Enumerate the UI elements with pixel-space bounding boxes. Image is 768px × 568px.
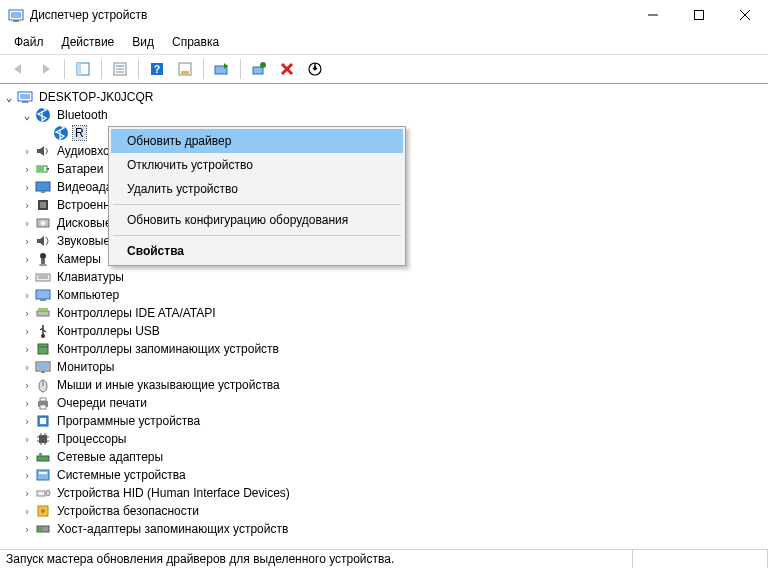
svg-rect-45 bbox=[37, 311, 49, 316]
properties-button[interactable] bbox=[107, 56, 133, 82]
expand-arrow-icon[interactable]: › bbox=[20, 235, 34, 248]
expand-arrow-icon[interactable]: › bbox=[20, 217, 34, 230]
status-text: Запуск мастера обновления драйверов для … bbox=[0, 550, 633, 568]
svg-point-74 bbox=[46, 490, 50, 496]
device-category-icon bbox=[35, 215, 51, 231]
menu-help[interactable]: Справка bbox=[164, 33, 227, 51]
device-category-icon bbox=[35, 395, 51, 411]
menu-bar: Файл Действие Вид Справка bbox=[0, 30, 768, 54]
svg-rect-16 bbox=[181, 71, 189, 74]
tree-category[interactable]: ›Очереди печати bbox=[2, 394, 768, 412]
tree-category[interactable]: ›Компьютер bbox=[2, 286, 768, 304]
svg-rect-2 bbox=[13, 20, 19, 22]
svg-rect-24 bbox=[20, 94, 30, 99]
expand-arrow-icon[interactable]: › bbox=[20, 361, 34, 374]
expand-arrow-icon[interactable]: › bbox=[20, 307, 34, 320]
device-category-icon bbox=[35, 161, 51, 177]
close-button[interactable] bbox=[722, 0, 768, 30]
help-button[interactable]: ? bbox=[144, 56, 170, 82]
expand-arrow-icon[interactable]: › bbox=[20, 523, 34, 536]
svg-text:?: ? bbox=[154, 64, 160, 75]
device-category-icon bbox=[35, 323, 51, 339]
back-button[interactable] bbox=[5, 56, 31, 82]
expand-arrow-icon[interactable]: ⌄ bbox=[20, 109, 34, 122]
svg-point-39 bbox=[39, 264, 47, 266]
uninstall-button[interactable] bbox=[274, 56, 300, 82]
status-cell bbox=[633, 550, 768, 568]
tree-label: Мыши и иные указывающие устройства bbox=[55, 378, 282, 392]
svg-rect-52 bbox=[41, 371, 45, 373]
svg-rect-43 bbox=[36, 290, 50, 299]
expand-arrow-icon[interactable]: › bbox=[20, 469, 34, 482]
expand-arrow-icon[interactable]: › bbox=[20, 397, 34, 410]
tree-label: Компьютер bbox=[55, 288, 121, 302]
app-icon bbox=[8, 7, 24, 23]
tree-category[interactable]: ›Процессоры bbox=[2, 430, 768, 448]
menu-item-uninstall-device[interactable]: Удалить устройство bbox=[111, 177, 403, 201]
title-bar: Диспетчер устройств bbox=[0, 0, 768, 30]
tree-category[interactable]: ›Хост-адаптеры запоминающих устройств bbox=[2, 520, 768, 538]
tree-category[interactable]: ›Клавиатуры bbox=[2, 268, 768, 286]
tree-label: Контроллеры IDE ATA/ATAPI bbox=[55, 306, 218, 320]
expand-arrow-icon[interactable]: ⌄ bbox=[2, 91, 16, 104]
expand-arrow-icon[interactable]: › bbox=[20, 505, 34, 518]
svg-rect-46 bbox=[38, 308, 48, 311]
tree-category[interactable]: ›Контроллеры запоминающих устройств bbox=[2, 340, 768, 358]
svg-rect-1 bbox=[11, 12, 21, 18]
expand-arrow-icon[interactable]: › bbox=[20, 487, 34, 500]
device-category-icon bbox=[35, 143, 51, 159]
svg-point-76 bbox=[41, 509, 45, 513]
bluetooth-icon bbox=[35, 107, 51, 123]
expand-arrow-icon[interactable]: › bbox=[20, 253, 34, 266]
update-driver-button[interactable] bbox=[209, 56, 235, 82]
tree-category[interactable]: ›Устройства HID (Human Interface Devices… bbox=[2, 484, 768, 502]
tree-category[interactable]: ›Мониторы bbox=[2, 358, 768, 376]
expand-arrow-icon[interactable]: › bbox=[20, 325, 34, 338]
expand-arrow-icon[interactable]: › bbox=[20, 343, 34, 356]
svg-rect-18 bbox=[253, 67, 263, 74]
tree-category[interactable]: ›Контроллеры IDE ATA/ATAPI bbox=[2, 304, 768, 322]
expand-arrow-icon[interactable]: › bbox=[20, 163, 34, 176]
menu-item-disable-device[interactable]: Отключить устройство bbox=[111, 153, 403, 177]
window-title: Диспетчер устройств bbox=[30, 8, 147, 22]
svg-rect-29 bbox=[47, 168, 49, 170]
tree-category[interactable]: ›Мыши и иные указывающие устройства bbox=[2, 376, 768, 394]
expand-arrow-icon[interactable]: › bbox=[20, 415, 34, 428]
menu-item-update-driver[interactable]: Обновить драйвер bbox=[111, 129, 403, 153]
menu-file[interactable]: Файл bbox=[6, 33, 52, 51]
forward-button[interactable] bbox=[33, 56, 59, 82]
tree-category[interactable]: ›Сетевые адаптеры bbox=[2, 448, 768, 466]
minimize-button[interactable] bbox=[630, 0, 676, 30]
tree-category[interactable]: ›Программные устройства bbox=[2, 412, 768, 430]
svg-rect-48 bbox=[38, 344, 48, 354]
expand-arrow-icon[interactable]: › bbox=[20, 199, 34, 212]
device-category-icon bbox=[35, 413, 51, 429]
tree-label: Камеры bbox=[55, 252, 103, 266]
tree-root[interactable]: ⌄ DESKTOP-JK0JCQR bbox=[2, 88, 768, 106]
expand-arrow-icon[interactable]: › bbox=[20, 271, 34, 284]
tree-category[interactable]: ›Устройства безопасности bbox=[2, 502, 768, 520]
maximize-button[interactable] bbox=[676, 0, 722, 30]
svg-rect-73 bbox=[37, 491, 45, 496]
show-hide-tree-button[interactable] bbox=[70, 56, 96, 82]
tree-category[interactable]: ›Системные устройства bbox=[2, 466, 768, 484]
tree-category[interactable]: ›Контроллеры USB bbox=[2, 322, 768, 340]
svg-rect-34 bbox=[40, 202, 46, 208]
expand-arrow-icon[interactable]: › bbox=[20, 433, 34, 446]
scan-hardware-button[interactable] bbox=[246, 56, 272, 82]
tree-label: Очереди печати bbox=[55, 396, 149, 410]
menu-view[interactable]: Вид bbox=[124, 33, 162, 51]
disable-button[interactable] bbox=[302, 56, 328, 82]
expand-arrow-icon[interactable]: › bbox=[20, 289, 34, 302]
action-button[interactable] bbox=[172, 56, 198, 82]
menu-item-scan-hardware[interactable]: Обновить конфигурацию оборудования bbox=[111, 208, 403, 232]
expand-arrow-icon[interactable]: › bbox=[20, 181, 34, 194]
svg-rect-8 bbox=[77, 63, 81, 75]
expand-arrow-icon[interactable]: › bbox=[20, 145, 34, 158]
expand-arrow-icon[interactable]: › bbox=[20, 451, 34, 464]
menu-action[interactable]: Действие bbox=[54, 33, 123, 51]
tree-category-bluetooth[interactable]: ⌄ Bluetooth bbox=[2, 106, 768, 124]
expand-arrow-icon[interactable]: › bbox=[20, 379, 34, 392]
tree-root-label: DESKTOP-JK0JCQR bbox=[37, 90, 155, 104]
menu-item-properties[interactable]: Свойства bbox=[111, 239, 403, 263]
